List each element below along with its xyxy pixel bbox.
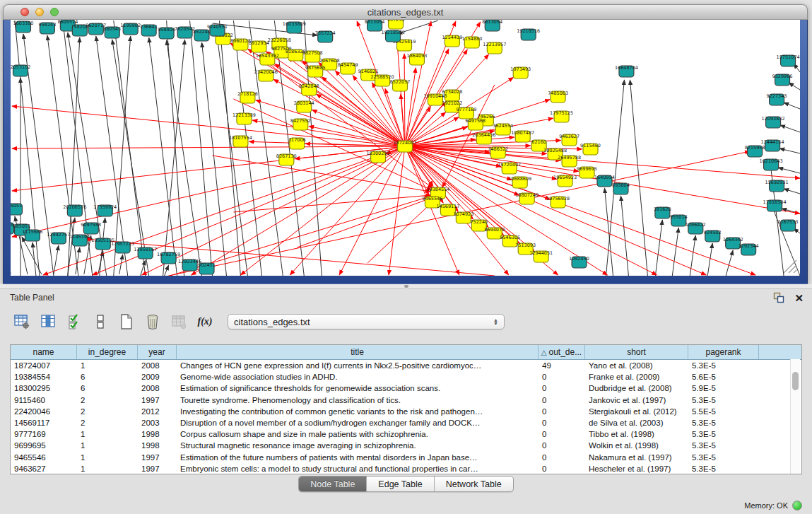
column-header-title[interactable]: title — [177, 345, 539, 359]
scrollbar-thumb[interactable] — [792, 372, 799, 390]
svg-text:8960128: 8960128 — [230, 38, 251, 44]
svg-text:958243: 958243 — [39, 22, 57, 28]
table-cell: 1998 — [138, 441, 177, 450]
table-select[interactable]: citations_edges.txt ▲▼ — [228, 314, 505, 329]
row-height-icon[interactable] — [90, 311, 111, 332]
svg-text:18724007: 18724007 — [394, 140, 417, 146]
svg-text:8522057: 8522057 — [390, 79, 411, 85]
table-row[interactable]: 2242004622012Investigating the contribut… — [11, 406, 801, 417]
divider-handle-icon[interactable] — [404, 285, 408, 288]
svg-text:1064342: 1064342 — [723, 237, 743, 243]
svg-text:1092450: 1092450 — [569, 256, 589, 262]
table-type-segmented-control[interactable]: Node TableEdge TableNetwork Table — [298, 476, 513, 492]
svg-text:10807487: 10807487 — [511, 130, 534, 136]
float-panel-icon[interactable] — [773, 292, 784, 303]
table-cell: 2 — [77, 419, 138, 427]
column-header-in_degree[interactable]: in_degree — [77, 345, 138, 359]
select-rows-icon[interactable] — [64, 311, 85, 332]
table-cell: Tourette syndrome. Phenomenology and cla… — [177, 396, 539, 404]
select-stepper-icon: ▲▼ — [493, 318, 498, 325]
memory-status-label: Memory: OK — [744, 501, 788, 510]
table-row[interactable]: 1456911722003Disruption of a novel membe… — [11, 417, 801, 428]
table-toolbar: f(x) citations_edges.txt ▲▼ — [0, 306, 812, 337]
network-view-window: citations_edges.txt 79638228960128891293… — [3, 4, 808, 284]
svg-text:9465546: 9465546 — [422, 196, 442, 201]
column-header-pagerank[interactable]: pagerank — [688, 345, 759, 359]
svg-text:9827508: 9827508 — [302, 50, 323, 56]
svg-text:6497568: 6497568 — [465, 118, 486, 124]
column-header-out_de[interactable]: △out_de... — [539, 345, 585, 359]
tab-network-table[interactable]: Network Table — [435, 477, 513, 491]
table-row[interactable]: 946362711997Embryonic stem cells: a mode… — [11, 463, 801, 474]
table-settings-icon[interactable] — [11, 311, 33, 332]
show-column-icon[interactable] — [37, 311, 59, 332]
svg-text:16210643: 16210643 — [760, 158, 783, 164]
tab-node-table[interactable]: Node Table — [299, 477, 367, 491]
svg-text:9875685: 9875685 — [305, 65, 326, 71]
svg-text:14569117: 14569117 — [436, 204, 459, 209]
table-cell: Franke et al. (2009) — [585, 373, 688, 381]
table-row[interactable]: 1872400712008Changes of HCN gene express… — [11, 360, 801, 371]
node-table[interactable]: namein_degreeyeartitle△out_de...shortpag… — [10, 344, 802, 474]
import-table-icon[interactable] — [168, 311, 189, 332]
table-cell: 19384554 — [11, 373, 77, 381]
svg-text:1195902: 1195902 — [120, 23, 141, 28]
svg-text:8267130: 8267130 — [276, 153, 297, 159]
table-cell: 5.3E-5 — [688, 361, 759, 370]
column-header-year[interactable]: year — [138, 345, 177, 359]
table-cell: Hescheler et al. (1997) — [585, 465, 688, 473]
table-cell: Investigating the contribution of common… — [177, 407, 539, 416]
column-header-name[interactable]: name — [11, 345, 77, 359]
table-header-row[interactable]: namein_degreeyeartitle△out_de...shortpag… — [11, 345, 801, 360]
table-row[interactable]: 969969511998Structural magnetic resonanc… — [11, 440, 801, 451]
svg-text:1096422: 1096422 — [686, 222, 706, 228]
svg-text:9240551: 9240551 — [207, 24, 228, 30]
table-cell: 1997 — [138, 465, 177, 473]
new-table-icon[interactable] — [116, 311, 137, 332]
svg-text:8694079: 8694079 — [484, 227, 505, 233]
table-cell: Jankovic et al. (1997) — [585, 396, 688, 404]
table-row[interactable]: 946554611997Estimation of the future num… — [11, 452, 801, 463]
table-row[interactable]: 1938455462009Genome-wide association stu… — [11, 371, 801, 382]
svg-text:12944051: 12944051 — [529, 250, 553, 256]
column-header-short[interactable]: short — [585, 345, 688, 359]
close-panel-icon[interactable]: ✕ — [794, 293, 804, 303]
sort-ascending-icon: △ — [541, 349, 547, 356]
table-row[interactable]: 1830029562008Estimation of significance … — [11, 382, 801, 394]
svg-text:955014: 955014 — [670, 214, 688, 220]
network-canvas[interactable]: 7963822896012889129342322605898275091654… — [11, 20, 800, 276]
table-cell: Stergiakouli et al. (2012) — [585, 407, 688, 416]
svg-text:8813054: 8813054 — [365, 20, 385, 25]
svg-text:19910448: 19910448 — [423, 93, 447, 99]
svg-text:16782759: 16782759 — [157, 252, 180, 257]
svg-text:19218516: 19218516 — [517, 28, 540, 34]
citation-network-graph[interactable]: 7963822896012889129342322605898275091654… — [11, 20, 800, 276]
svg-text:902451: 902451 — [198, 262, 216, 268]
svg-text:924502: 924502 — [704, 230, 722, 235]
table-row[interactable]: 911546021997Tourette syndrome. Phenomeno… — [11, 395, 801, 406]
svg-text:26495788: 26495788 — [558, 155, 581, 160]
svg-text:7485063: 7485063 — [548, 90, 568, 96]
table-cell: 6 — [77, 373, 138, 381]
memory-ok-icon[interactable] — [792, 501, 802, 510]
table-row[interactable]: 977716911998Corpus callosum shape and si… — [11, 428, 801, 440]
table-cell: 18300295 — [11, 384, 77, 392]
fx-label: f(x) — [198, 316, 213, 327]
table-cell: 0 — [539, 407, 585, 416]
svg-text:17957223: 17957223 — [111, 241, 134, 247]
function-builder-icon[interactable]: f(x) — [194, 311, 216, 332]
window-titlebar[interactable]: citations_edges.txt — [3, 4, 808, 20]
svg-text:9242848: 9242848 — [299, 83, 319, 89]
table-cell: 1998 — [138, 430, 177, 438]
svg-text:1115686: 1115686 — [23, 229, 43, 235]
svg-text:18807249: 18807249 — [515, 192, 539, 198]
table-cell: 2003 — [138, 419, 177, 427]
table-cell: Genome-wide association studies in ADHD. — [177, 373, 539, 381]
table-vertical-scrollbar[interactable] — [790, 359, 800, 474]
table-body[interactable]: 1872400712008Changes of HCN gene express… — [11, 360, 801, 474]
delete-table-icon[interactable] — [142, 311, 163, 332]
table-cell: 0 — [539, 384, 585, 392]
tab-edge-table[interactable]: Edge Table — [367, 477, 434, 491]
table-cell: Tibbo et al. (1998) — [585, 430, 688, 438]
svg-text:12942757: 12942757 — [47, 232, 70, 238]
